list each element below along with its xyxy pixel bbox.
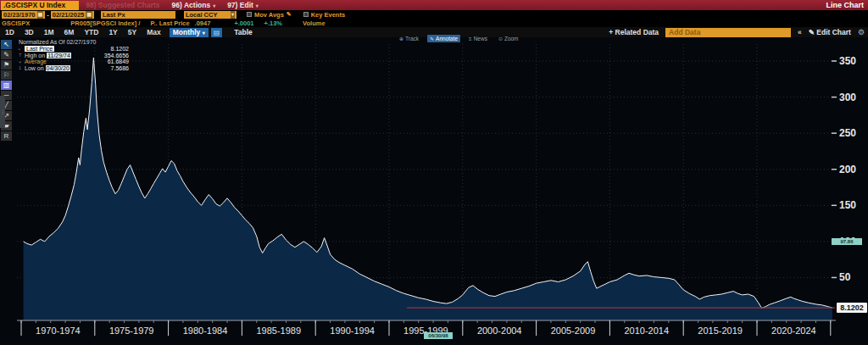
- track-value-badge: 97.86: [832, 238, 862, 245]
- chart-plot-area[interactable]: [0, 37, 868, 345]
- range-button-1d[interactable]: 1D: [0, 28, 19, 36]
- legend-label-text: Low on: [25, 65, 44, 71]
- news-icon: ≡: [469, 36, 472, 42]
- y-axis-tick-label: 300: [839, 92, 865, 103]
- x-axis-tick-label: 2010-2014: [610, 326, 683, 336]
- chart-tool-label: Zoom: [504, 36, 519, 42]
- chart-tool-label: News: [474, 36, 487, 42]
- chart-tool-annotate[interactable]: ✎Annotate: [427, 35, 460, 42]
- security-description: PR005[SPGSCI Index] /: [70, 19, 140, 27]
- start-date-input[interactable]: 02/23/1970 ▦: [2, 11, 45, 19]
- page-title: Line Chart: [826, 1, 864, 9]
- price-source-select[interactable]: Last Px: [101, 11, 175, 19]
- actions-menu[interactable]: 96) Actions ▾: [172, 1, 216, 9]
- collapse-icon[interactable]: «: [798, 28, 802, 36]
- chart-tool-news[interactable]: ≡News: [466, 35, 490, 42]
- legend-marker: T: [19, 53, 25, 58]
- legend-row[interactable]: ▪Last Price8.1202: [19, 46, 129, 53]
- ticker-input[interactable]: .GSCISPX U Index: [1, 1, 79, 10]
- key-events-checkbox[interactable]: [303, 12, 309, 17]
- range-bar-right: + Related Data Add Data « ✎ Edit Chart ⚙: [609, 28, 865, 37]
- range-button-5y[interactable]: 5Y: [123, 28, 142, 36]
- y-axis-tick-label: 50: [839, 271, 865, 283]
- period-select[interactable]: Monthly ▾: [170, 28, 209, 37]
- x-axis-tick-label: 1975-1979: [95, 326, 168, 336]
- x-axis-tick-label: 2015-2019: [684, 326, 757, 336]
- edit-menu[interactable]: 97) Edit ▾: [227, 1, 259, 9]
- columns-tool-icon[interactable]: ▥: [1, 81, 12, 90]
- price-source-value: Last Px: [103, 11, 125, 19]
- chart-tool-zoom[interactable]: ⊙Zoom: [496, 35, 521, 42]
- actions-menu-label: 96) Actions: [172, 1, 211, 9]
- chart-tool-label: Track: [405, 36, 419, 42]
- cursor-tool-icon[interactable]: ↖: [1, 40, 12, 49]
- range-button-3d[interactable]: 3D: [19, 28, 39, 36]
- legend-rows: ▪Last Price8.1202THigh on11/29/74354.665…: [19, 46, 129, 71]
- related-data-button[interactable]: + Related Data: [609, 28, 659, 36]
- chevron-down-icon: ▾: [203, 31, 205, 36]
- chart-tool-label: Annotate: [436, 36, 458, 42]
- add-data-input[interactable]: Add Data: [665, 28, 791, 37]
- last-price-axis-badge: 8.1202: [837, 303, 867, 313]
- legend-marker: +: [19, 59, 25, 64]
- regression-tool-icon[interactable]: R: [1, 131, 12, 141]
- magnifier-icon: ⊙: [498, 36, 503, 42]
- table-button[interactable]: Table: [234, 28, 253, 36]
- mov-avgs-label[interactable]: Mov Avgs: [254, 11, 284, 19]
- bloomberg-gp-window: .GSCISPX U Index 98) Suggested Charts 96…: [0, 0, 868, 345]
- x-axis-tick-label: 2020-2024: [757, 326, 830, 336]
- text-note-tool-icon[interactable]: ⚐: [1, 70, 12, 80]
- gear-icon[interactable]: ⚙: [858, 28, 865, 36]
- legend-label: Last Price: [25, 46, 111, 52]
- end-date-input[interactable]: 02/21/2025 ▦: [51, 11, 94, 19]
- legend-row[interactable]: 1Low on04/30/207.5686: [19, 65, 129, 72]
- flag-note-tool-icon[interactable]: ⚑: [1, 60, 12, 70]
- track-date-badge: 06/30/98: [424, 332, 453, 339]
- edit-menu-label: 97) Edit: [227, 1, 253, 9]
- currency-select[interactable]: Local CCY ▾: [184, 11, 236, 19]
- range-button-1m[interactable]: 1M: [39, 28, 59, 36]
- suggested-charts-button[interactable]: 98) Suggested Charts: [86, 1, 159, 9]
- mov-avgs-checkbox[interactable]: [247, 12, 252, 17]
- toolbar-collapse-handle[interactable]: ⋮: [0, 96, 5, 128]
- period-value: Monthly: [173, 28, 201, 36]
- last-price-value: .0947: [195, 19, 211, 27]
- range-button-1y[interactable]: 1Y: [103, 28, 122, 36]
- legend-marker: 1: [19, 65, 25, 70]
- edit-chart-label: Edit Chart: [816, 28, 851, 36]
- range-button-6m[interactable]: 6M: [59, 28, 80, 36]
- calendar-icon[interactable]: ▦: [86, 11, 92, 19]
- chevron-down-icon: ▾: [256, 3, 259, 8]
- legend-label: Average: [25, 58, 108, 64]
- x-axis-tick-label: 1985-1989: [242, 326, 315, 336]
- range-button-ytd[interactable]: YTD: [79, 28, 103, 36]
- legend-date: 11/29/74: [47, 53, 71, 58]
- titlebar: .GSCISPX U Index 98) Suggested Charts 96…: [0, 0, 868, 10]
- pencil-tool-icon[interactable]: ✎: [1, 50, 12, 59]
- range-button-max[interactable]: Max: [142, 28, 166, 36]
- volume-label: Volume: [303, 19, 326, 27]
- chevron-down-icon: ▾: [213, 3, 215, 8]
- x-axis-tick-label: 1970-1974: [21, 326, 94, 336]
- pencil-icon[interactable]: ✎: [287, 11, 292, 18]
- chart-tool-track[interactable]: ⊕Track: [397, 35, 421, 42]
- legend-marker: ▪: [19, 47, 25, 52]
- calendar-icon[interactable]: ▦: [37, 11, 44, 19]
- x-axis-tick-label: 2005-2009: [537, 326, 609, 336]
- x-axis-tick-label: 1990-1994: [316, 326, 389, 336]
- legend-row[interactable]: +Average61.6849: [19, 58, 129, 65]
- key-events-label[interactable]: Key Events: [311, 11, 345, 19]
- legend-label-text: High on: [25, 53, 45, 58]
- legend-label: Low on04/30/20: [25, 65, 111, 71]
- legend-title: Normalized As Of 02/27/1970: [19, 39, 129, 45]
- legend-row[interactable]: THigh on11/29/74354.6656: [19, 53, 129, 59]
- pencil-icon: ✎: [430, 36, 434, 42]
- legend-value: 7.5686: [111, 65, 129, 71]
- chart-region: ⊕Track✎Annotate≡News⊙Zoom ↖✎⚑⚐▥─╱↗▰R ⋮ N…: [0, 37, 868, 345]
- chart-type-icon[interactable]: ▤: [211, 28, 223, 37]
- edit-chart-button[interactable]: ✎ Edit Chart: [809, 28, 851, 36]
- price-change: +.0001: [234, 19, 253, 27]
- chevron-down-icon: ▾: [231, 11, 235, 19]
- legend-label: High on11/29/74: [25, 53, 104, 58]
- y-axis-tick-label: 200: [839, 164, 865, 175]
